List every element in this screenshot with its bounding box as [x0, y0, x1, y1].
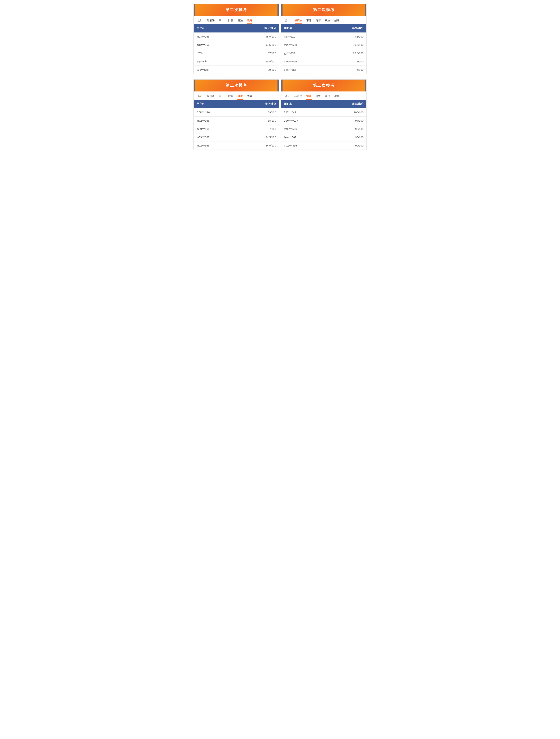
user-cell: lad***619 — [281, 32, 325, 41]
panel-4-tab-4[interactable]: 税法 — [323, 94, 332, 100]
panel-1-tab-1[interactable]: 经济法 — [205, 18, 217, 24]
table-row: JSW***ACN 97/100 — [281, 117, 366, 125]
user-cell: JSW***ACN — [281, 117, 327, 125]
score-cell: 88/100 — [238, 117, 279, 125]
table-row: m72***966 88/100 — [194, 117, 279, 125]
panel-4-table: 用户名 得分/满分 767***047 100/100 JSW***ACN 97… — [281, 100, 366, 150]
score-cell: 98.5/100 — [238, 32, 279, 41]
score-cell: 89/100 — [238, 108, 279, 117]
panel-3-title: 第二次模考 — [225, 83, 247, 88]
panel-3-tabs: 会计 经济法 审计 财管 税法 战略 — [194, 92, 279, 100]
panel-2-tabs: 会计 经济法 审计 财管 税法 战略 — [281, 16, 366, 24]
panel-2-col-user: 用户名 — [281, 24, 325, 32]
panel-1-header: 第二次模考 — [194, 4, 279, 16]
top-row: 第二次模考 会计 经济法 审计 财管 税法 战略 用户名 得分/满分 — [193, 4, 367, 74]
score-cell: 84.5/100 — [238, 141, 279, 150]
user-cell: yyj***018 — [281, 49, 325, 57]
score-cell: 78/100 — [325, 57, 366, 66]
panel-4-tab-2[interactable]: 审计 — [304, 94, 314, 100]
panel-3-tab-5[interactable]: 战略 — [245, 94, 254, 100]
user-cell: 767***047 — [281, 108, 327, 117]
panel-1-tab-0[interactable]: 会计 — [195, 18, 205, 24]
panel-1-tab-4[interactable]: 税法 — [235, 18, 245, 24]
table-row: m16***866 90/100 — [281, 141, 366, 150]
panel-2-col-score: 得分/满分 — [325, 24, 366, 32]
score-cell: 90/100 — [238, 66, 279, 74]
table-row: zlg***clb 95.5/100 — [194, 57, 279, 66]
panel-3-tab-2[interactable]: 审计 — [217, 94, 226, 100]
panel-4-tab-3[interactable]: 财管 — [314, 94, 323, 100]
panel-1-table: 用户名 得分/满分 m03***266 98.5/100 m12***866 9… — [194, 24, 279, 74]
table-row: m59***066 87/100 — [194, 125, 279, 133]
panel-4-tab-1[interactable]: 经济法 — [292, 94, 304, 100]
table-row: m12***866 97.5/100 — [194, 41, 279, 49]
score-cell: 97/100 — [327, 117, 366, 125]
panel-4-col-user: 用户名 — [281, 100, 327, 108]
user-cell: m20***588 — [281, 41, 325, 49]
user-cell: 201***abc — [194, 66, 238, 74]
table-row: 82a***aaa 75/100 — [281, 66, 366, 74]
table-row: m96***566 96/100 — [281, 125, 366, 133]
table-row: 767***047 100/100 — [281, 108, 366, 117]
panel-1-tab-2[interactable]: 审计 — [217, 18, 226, 24]
panel-4-table-header: 用户名 得分/满分 — [281, 100, 366, 108]
score-cell: 80.5/100 — [325, 41, 366, 49]
table-row: m20***588 80.5/100 — [281, 41, 366, 49]
table-row: 201***abc 90/100 — [194, 66, 279, 74]
user-cell: m53***668 — [194, 133, 238, 141]
table-row: lad***619 81/100 — [281, 32, 366, 41]
panel-4-header: 第二次模考 — [281, 80, 366, 92]
panel-2-table: 用户名 得分/满分 lad***619 81/100 m20***588 80.… — [281, 24, 366, 74]
score-cell: 96/100 — [327, 125, 366, 133]
user-cell: m02***666 — [194, 141, 238, 150]
user-cell: z***h — [194, 49, 238, 57]
panel-2-tab-4[interactable]: 税法 — [323, 18, 332, 24]
user-cell: m59***066 — [194, 125, 238, 133]
panel-2-tab-1[interactable]: 经济法 — [292, 18, 304, 24]
panel-1-tabs: 会计 经济法 审计 财管 税法 战略 — [194, 16, 279, 24]
panel-2-tab-5[interactable]: 战略 — [332, 18, 342, 24]
table-row: z***h 97/100 — [194, 49, 279, 57]
panel-2-title: 第二次模考 — [313, 7, 335, 12]
user-cell: m12***866 — [194, 41, 238, 49]
score-cell: 93/100 — [327, 133, 366, 141]
panel-3-tab-3[interactable]: 财管 — [226, 94, 235, 100]
panel-3-table-header: 用户名 得分/满分 — [194, 100, 279, 108]
panel-1-col-score: 得分/满分 — [238, 24, 279, 32]
panel-1: 第二次模考 会计 经济法 审计 财管 税法 战略 用户名 得分/满分 — [193, 4, 279, 74]
panel-1-table-header: 用户名 得分/满分 — [194, 24, 279, 32]
score-cell: 100/100 — [327, 108, 366, 117]
user-cell: m03***266 — [194, 32, 238, 41]
score-cell: 84.5/100 — [238, 133, 279, 141]
bottom-row: 第二次模考 会计 经济法 审计 财管 税法 战略 用户名 得分/满分 — [193, 80, 367, 150]
panel-3-tab-0[interactable]: 会计 — [195, 94, 205, 100]
table-row: CZH***218 89/100 — [194, 108, 279, 117]
panel-3-col-user: 用户名 — [194, 100, 238, 108]
score-cell: 87/100 — [238, 125, 279, 133]
table-row: yyj***018 79.5/100 — [281, 49, 366, 57]
table-row: fww***869 93/100 — [281, 133, 366, 141]
user-cell: m96***566 — [281, 125, 327, 133]
table-row: m56***066 78/100 — [281, 57, 366, 66]
panel-2-table-header: 用户名 得分/满分 — [281, 24, 366, 32]
panel-4-tab-0[interactable]: 会计 — [283, 94, 292, 100]
panel-1-tab-5[interactable]: 战略 — [245, 18, 254, 24]
panel-3-tab-1[interactable]: 经济法 — [205, 94, 217, 100]
table-row: m02***666 84.5/100 — [194, 141, 279, 150]
panel-3-tab-4[interactable]: 税法 — [235, 94, 245, 100]
panel-2-tab-3[interactable]: 财管 — [314, 18, 323, 24]
panel-1-tab-3[interactable]: 财管 — [226, 18, 235, 24]
panel-4-col-score: 得分/满分 — [327, 100, 366, 108]
table-row: m53***668 84.5/100 — [194, 133, 279, 141]
table-row: m03***266 98.5/100 — [194, 32, 279, 41]
panel-2-tab-2[interactable]: 审计 — [304, 18, 314, 24]
score-cell: 95.5/100 — [238, 57, 279, 66]
panel-4-tab-5[interactable]: 战略 — [332, 94, 342, 100]
panel-3-header: 第二次模考 — [194, 80, 279, 92]
panel-1-col-user: 用户名 — [194, 24, 238, 32]
panel-4: 第二次模考 会计 经济法 审计 财管 税法 战略 用户名 得分/满分 — [281, 80, 367, 150]
panel-1-title: 第二次模考 — [225, 7, 247, 12]
score-cell: 79.5/100 — [325, 49, 366, 57]
panel-2-header: 第二次模考 — [281, 4, 366, 16]
panel-2-tab-0[interactable]: 会计 — [283, 18, 292, 24]
